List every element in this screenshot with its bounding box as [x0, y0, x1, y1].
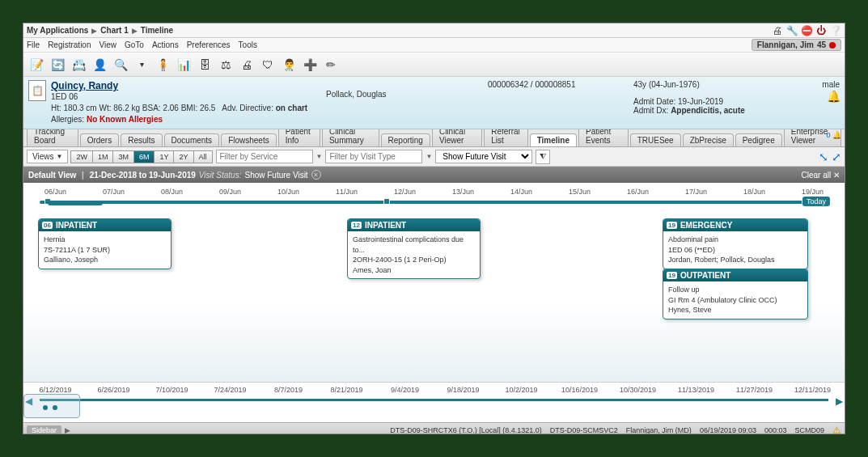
- visit-status-select[interactable]: Show Future Visit: [435, 150, 532, 163]
- tool-refresh-icon[interactable]: 🔄: [48, 55, 67, 74]
- chevron-down-icon[interactable]: ▼: [316, 153, 323, 160]
- range-1m[interactable]: 1M: [92, 150, 114, 163]
- tab-flowsheets[interactable]: Flowsheets: [221, 133, 277, 146]
- tab-truesee[interactable]: TRUESee: [630, 133, 681, 146]
- help-icon[interactable]: ❔: [830, 25, 841, 36]
- crumb-chart[interactable]: Chart 1: [100, 26, 128, 35]
- tool-search-icon[interactable]: 🔍: [111, 55, 130, 74]
- tool-edit-icon[interactable]: ✏: [321, 55, 341, 74]
- event-card-inpatient[interactable]: 06INPATIENT Hernia 7S-7211A (1 7 SUR) Ga…: [38, 218, 171, 269]
- tab-zbprecise[interactable]: ZbPrecise: [683, 133, 734, 146]
- view-status-bar: Default View | 21-Dec-2018 to 19-Jun-201…: [23, 167, 845, 183]
- date-range: 21-Dec-2018 to 19-Jun-2019: [90, 171, 196, 180]
- range-1y[interactable]: 1Y: [154, 150, 174, 163]
- tool-patient-icon[interactable]: 👤: [90, 55, 109, 74]
- notification-badge[interactable]: 0 🔔: [826, 131, 841, 139]
- tab-documents[interactable]: Documents: [164, 133, 220, 146]
- attending-provider: Pollack, Douglas: [326, 80, 488, 125]
- mini-tick: 11/27/2019: [736, 386, 773, 394]
- status-datetime: 06/19/2019 09:03: [700, 426, 756, 434]
- tab-pedigree[interactable]: Pedigree: [735, 133, 782, 146]
- filter-service-input[interactable]: [216, 150, 313, 163]
- tool-add-icon[interactable]: ➕: [300, 55, 320, 74]
- tool-body-icon[interactable]: 🧍: [153, 55, 172, 74]
- chevron-down-icon: ▼: [57, 153, 63, 160]
- card-line: Hynes, Steve: [668, 305, 802, 315]
- tab-timeline[interactable]: Timeline: [530, 133, 577, 146]
- status-warning-icon[interactable]: ⚠: [832, 425, 841, 435]
- menu-tools[interactable]: Tools: [239, 40, 257, 49]
- tab-reporting[interactable]: Reporting: [381, 133, 430, 146]
- tool-print-icon[interactable]: 🖨: [237, 55, 256, 74]
- crumb-apps[interactable]: My Applications: [27, 26, 88, 35]
- admit-dx-label: Admit Dx:: [633, 106, 668, 115]
- menu-view[interactable]: View: [99, 40, 116, 49]
- clear-visit-status-icon[interactable]: ✕: [311, 170, 321, 180]
- views-button[interactable]: Views ▼: [27, 150, 68, 163]
- sidebar-button[interactable]: Sidebar: [27, 425, 61, 435]
- filter-visit-type-input[interactable]: [325, 150, 422, 163]
- tab-results[interactable]: Results: [121, 133, 162, 146]
- range-all[interactable]: All: [193, 150, 213, 163]
- tool-note-icon[interactable]: 📝: [27, 55, 46, 74]
- expand-icon[interactable]: ⤢: [832, 150, 841, 163]
- funnel-icon[interactable]: ⧨: [536, 150, 550, 164]
- mini-tick: 10/30/2019: [620, 386, 656, 394]
- crumb-timeline[interactable]: Timeline: [141, 26, 173, 35]
- mini-tick: 10/16/2019: [561, 386, 598, 394]
- card-line: Follow up: [668, 285, 802, 295]
- tool-chart-icon[interactable]: 📊: [174, 55, 193, 74]
- tool-down-icon[interactable]: ▾: [132, 55, 151, 74]
- mini-tick: 6/12/2019: [39, 386, 71, 394]
- allergies-label: Allergies:: [51, 115, 84, 124]
- app-window: My Applications ▶ Chart 1 ▶ Timeline 🖨 🔧…: [23, 23, 845, 434]
- adv-dir-value: on chart: [276, 104, 307, 112]
- menu-registration[interactable]: Registration: [48, 40, 91, 49]
- admit-date: Admit Date: 19-Jun-2019: [633, 97, 787, 106]
- menu-goto[interactable]: GoTo: [125, 40, 144, 49]
- mini-tick: 7/10/2019: [155, 386, 188, 394]
- menu-file[interactable]: File: [27, 40, 40, 49]
- patient-age-dob: 43y (04-Jun-1976): [633, 80, 787, 89]
- tab-orders[interactable]: Orders: [80, 133, 120, 146]
- chevron-down-icon[interactable]: ▼: [426, 153, 432, 160]
- tool-card-icon[interactable]: 📇: [69, 55, 88, 74]
- adv-dir-label: Adv. Directive:: [222, 104, 273, 112]
- timeline-tick: 16/Jun: [627, 188, 649, 196]
- mini-track[interactable]: [40, 399, 828, 401]
- mini-tick: 9/18/2019: [447, 386, 479, 394]
- scroll-right-icon[interactable]: ▶: [836, 396, 843, 407]
- tool-bin-icon[interactable]: 🗄: [195, 55, 214, 74]
- timeline-tick: 15/Jun: [569, 188, 591, 196]
- range-3m[interactable]: 3M: [112, 150, 134, 163]
- admit-dx-value: Appendicitis, acute: [671, 106, 745, 115]
- menu-preferences[interactable]: Preferences: [187, 40, 231, 49]
- sidebar-arrow-icon[interactable]: ▶: [65, 426, 70, 434]
- tools-icon[interactable]: 🔧: [786, 25, 798, 36]
- views-label: Views: [32, 152, 54, 161]
- tool-shield-icon[interactable]: 🛡: [258, 55, 277, 74]
- clear-all-button[interactable]: Clear all ✕: [802, 171, 840, 180]
- mini-tick: 6/26/2019: [97, 386, 129, 394]
- menu-actions[interactable]: Actions: [152, 40, 179, 49]
- bell-icon[interactable]: 🔔: [827, 90, 840, 103]
- card-line: Jordan, Robert; Pollack, Douglas: [668, 255, 802, 265]
- power-icon[interactable]: ⏻: [815, 25, 827, 36]
- card-date: 19: [667, 222, 677, 229]
- range-2y[interactable]: 2Y: [173, 150, 193, 163]
- range-2w[interactable]: 2W: [70, 150, 93, 163]
- patient-name[interactable]: Quincy, Randy: [51, 80, 326, 91]
- event-card-emergency[interactable]: 19EMERGENCY Abdominal pain 1ED 06 (**ED)…: [663, 218, 808, 269]
- event-card-inpatient[interactable]: 12INPATIENT Gastrointestinal complicatio…: [347, 218, 481, 279]
- range-6m[interactable]: 6M: [133, 150, 155, 163]
- tool-scale-icon[interactable]: ⚖: [216, 55, 235, 74]
- timeline-tick: 11/Jun: [336, 188, 358, 196]
- user-badge[interactable]: Flannigan, Jim 45: [752, 39, 841, 51]
- tool-person-icon[interactable]: 👨‍⚕️: [279, 55, 299, 74]
- stop-icon[interactable]: ⛔: [801, 25, 812, 36]
- status-user: Flannigan, Jim (MD): [626, 426, 692, 434]
- printer-icon[interactable]: 🖨: [772, 25, 783, 36]
- event-card-outpatient[interactable]: 19OUTPATIENT Follow up GI Rm 4 (Ambulato…: [663, 269, 808, 319]
- mini-tick: 10/2/2019: [505, 386, 537, 394]
- shrink-icon[interactable]: ⤡: [819, 150, 828, 163]
